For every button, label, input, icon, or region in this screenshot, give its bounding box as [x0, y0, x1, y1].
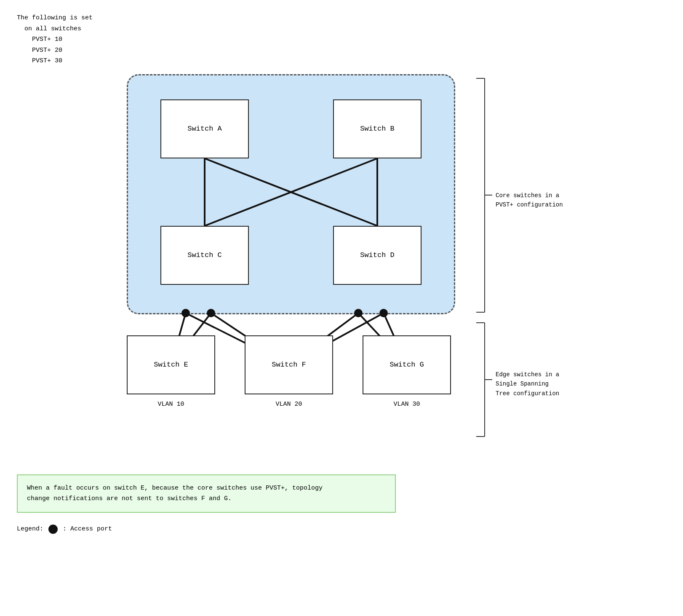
- switch-f-label: Switch F: [272, 361, 306, 369]
- edge-label-text: Edge switches in a Single Spanning Tree …: [496, 371, 559, 397]
- vlan-e-label: VLAN 10: [127, 401, 215, 408]
- switch-g-label: Switch G: [390, 361, 424, 369]
- switch-a-label: Switch A: [187, 125, 222, 133]
- switch-e: Switch E: [127, 335, 215, 394]
- intro-line4: PVST+ 20: [17, 45, 666, 56]
- legend-dot-label: : Access port: [63, 525, 112, 533]
- vlan-g-label: VLAN 30: [363, 401, 451, 408]
- legend: Legend: : Access port: [17, 525, 666, 534]
- intro-line2: on all switches: [17, 24, 666, 35]
- intro-line5: PVST+ 30: [17, 56, 666, 67]
- switch-f: Switch F: [245, 335, 333, 394]
- main-diagram: Switch A Switch B Switch C Switch D Swit…: [110, 74, 573, 462]
- switch-d-label: Switch D: [360, 251, 395, 259]
- switch-a: Switch A: [160, 99, 249, 158]
- core-label: Core switches in a PVST+ configuration: [496, 182, 580, 210]
- switch-g: Switch G: [363, 335, 451, 394]
- info-box: When a fault occurs on switch E, because…: [17, 474, 396, 513]
- edge-label: Edge switches in a Single Spanning Tree …: [496, 361, 580, 399]
- core-label-text: Core switches in a PVST+ configuration: [496, 192, 563, 208]
- intro-line1: The following is set: [17, 13, 666, 24]
- info-box-text: When a fault occurs on switch E, because…: [27, 485, 323, 503]
- diagram-area: Switch A Switch B Switch C Switch D Swit…: [110, 74, 573, 462]
- vlan-f-label: VLAN 20: [245, 401, 333, 408]
- intro-section: The following is set on all switches PVS…: [17, 13, 666, 67]
- switch-c-label: Switch C: [187, 251, 222, 259]
- switch-e-label: Switch E: [154, 361, 188, 369]
- legend-dot-icon: [48, 525, 58, 534]
- switch-b-label: Switch B: [360, 125, 395, 133]
- switch-b: Switch B: [333, 99, 422, 158]
- intro-line3: PVST+ 10: [17, 34, 666, 45]
- switch-c: Switch C: [160, 226, 249, 285]
- switch-d: Switch D: [333, 226, 422, 285]
- legend-prefix: Legend:: [17, 525, 43, 533]
